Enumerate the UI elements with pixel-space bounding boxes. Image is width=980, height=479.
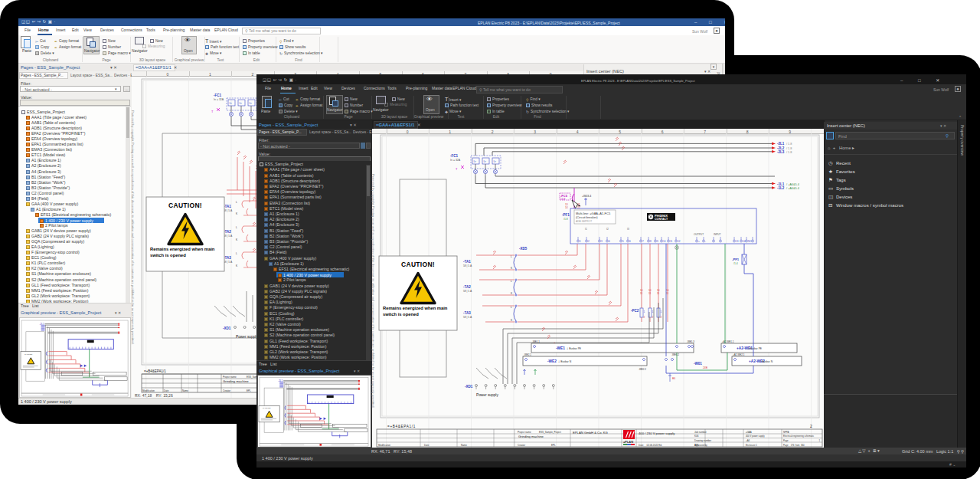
svg-text:CAUTION: CAUTION (24, 353, 33, 355)
svg-text:-WE2: -WE2 (547, 359, 557, 363)
svg-text:Creator: Creator (223, 389, 230, 392)
svg-text:+W03.4: +W03.4 (582, 195, 591, 198)
svg-text:400 / 230 V power supply: 400 / 230 V power supply (639, 431, 675, 435)
svg-text:EPLAN GmbH & Co. KG: EPLAN GmbH & Co. KG (573, 431, 608, 435)
svg-text:-TA3: -TA3 (463, 311, 471, 315)
svg-text:58 | 5 A: 58 | 5 A (224, 261, 233, 264)
svg-text:-FC1: -FC1 (214, 94, 221, 97)
svg-text:13: 13 (736, 240, 739, 243)
svg-text:+A2-WE1.1: +A2-WE1.1 (722, 340, 734, 343)
svg-text:12: 12 (678, 240, 681, 243)
svg-text:400 V power supply: 400 V power supply (746, 435, 765, 438)
svg-text:L: L (236, 201, 237, 204)
svg-text:-XD1: -XD1 (465, 385, 473, 389)
svg-text:switch is opened: switch is opened (150, 253, 186, 258)
svg-text:14: 14 (565, 206, 568, 209)
svg-text:1: 1 (661, 310, 662, 313)
svg-text:L: L (236, 252, 237, 255)
svg-text:-TA3: -TA3 (224, 256, 231, 260)
svg-text:Page: Page (783, 439, 789, 442)
svg-text:-2L1: -2L1 (777, 142, 785, 146)
svg-text:/ +A6&5.4: / +A6&5.4 (786, 183, 799, 186)
svg-text:In = 32A: In = 32A (450, 159, 461, 162)
svg-text:K: K (511, 267, 513, 270)
svg-text:-TA1: -TA1 (224, 205, 231, 208)
svg-text:L: L (511, 306, 512, 309)
svg-text:CONTACT: CONTACT (655, 218, 668, 221)
svg-text:-WE2.1: -WE2.1 (524, 353, 531, 356)
svg-text:58 | 5 A: 58 | 5 A (224, 235, 233, 238)
svg-text:Enclosure 1: Enclosure 1 (746, 444, 757, 447)
svg-text:-: - (705, 240, 706, 243)
svg-text:I1: I1 (585, 228, 587, 231)
svg-text:EPL: EPL (551, 444, 556, 447)
svg-text:7: 7 (642, 240, 644, 243)
svg-text:=+B4&EPA1/1: =+B4&EPA1/1 (144, 369, 166, 373)
svg-text:əPLAN: əPLAN (623, 440, 633, 444)
svg-text:Project name: Project name (223, 376, 237, 379)
svg-text:I>: I> (494, 159, 497, 163)
svg-text:2: 2 (644, 316, 645, 319)
svg-text:1: 1 (580, 240, 581, 243)
svg-text:I2: I2 (606, 228, 609, 231)
svg-text:T: T (456, 167, 458, 171)
svg-text:OUTPUT: OUTPUT (694, 233, 704, 236)
svg-text:-WE1.1: -WE1.1 (532, 340, 540, 343)
svg-text:INPUT: INPUT (714, 233, 721, 236)
svg-text:/ 1.8: / 1.8 (786, 143, 792, 146)
svg-text:-2L1: -2L1 (40, 323, 44, 326)
svg-text:Remains energized when main: Remains energized when main (150, 247, 215, 251)
svg-text:5: 5 (622, 240, 624, 243)
svg-text:13.8: 13.8 (560, 198, 566, 201)
svg-text:Power supply: Power supply (236, 335, 258, 339)
svg-text:EPL: EPL (247, 389, 251, 392)
svg-text:2: 2 (661, 316, 662, 319)
svg-text:⏚ Busbar PE: ⏚ Busbar PE (567, 347, 582, 350)
svg-text:B6: B6 (672, 377, 675, 380)
svg-text:-TA1: -TA1 (463, 260, 471, 264)
svg-text:Name: Name (182, 389, 188, 392)
svg-text:=GAA: =GAA (746, 431, 752, 434)
svg-text:11: 11 (666, 292, 669, 295)
svg-text:-WE6.2: -WE6.2 (671, 353, 679, 356)
svg-text:4: 4 (609, 240, 610, 243)
svg-text:-2L3: -2L3 (777, 150, 785, 154)
svg-text:11: 11 (657, 292, 660, 295)
svg-text:+A4: +A4 (746, 439, 750, 442)
svg-text:3: 3 (601, 240, 603, 243)
svg-text:14: 14 (743, 240, 746, 243)
svg-text:K06: K06 (694, 435, 699, 438)
svg-text:ESS_Sample_Project: ESS_Sample_Project (539, 431, 561, 434)
svg-text:Remains energized when main: Remains energized when main (383, 306, 448, 310)
svg-text:/1.8: /1.8 (564, 218, 568, 221)
svg-text:Name: Name (461, 444, 467, 447)
svg-text:PHŒNIX: PHŒNIX (655, 214, 668, 218)
svg-text:10: 10 (663, 240, 666, 243)
svg-text:K: K (236, 264, 238, 267)
svg-text:9: 9 (657, 240, 658, 243)
svg-text:Creator: Creator (518, 444, 525, 447)
svg-text:(Circuit breaker): (Circuit breaker) (576, 215, 598, 219)
svg-text:I>: I> (250, 101, 253, 105)
svg-text:CAUTION: CAUTION (263, 407, 271, 408)
svg-text:2: 2 (652, 316, 654, 319)
svg-text:-PF1: -PF1 (562, 213, 570, 217)
svg-text:⏚ Busbar PE: ⏚ Busbar PE (747, 347, 763, 350)
svg-text:-2L1: -2L1 (278, 379, 283, 382)
svg-text:L: L (236, 226, 237, 229)
svg-text:I>: I> (474, 159, 477, 163)
svg-text:-XD5: -XD5 (519, 247, 528, 251)
svg-text:I>: I> (230, 101, 233, 105)
svg-text:Modification: Modification (378, 444, 390, 447)
svg-text:In = 32A: In = 32A (214, 98, 224, 101)
svg-text:ADB.SEPROT: ADB.SEPROT (576, 220, 592, 223)
svg-text:+A2-WE2.1: +A2-WE2.1 (733, 353, 745, 356)
svg-text:2: 2 (588, 240, 590, 243)
svg-text:-1L1: -1L1 (777, 182, 785, 186)
svg-text:⏚ Busbar N: ⏚ Busbar N (760, 360, 773, 363)
svg-text:/1.4: /1.4 (733, 262, 738, 265)
svg-text:-TA2: -TA2 (463, 285, 471, 289)
svg-text:Project name: Project name (518, 431, 531, 434)
svg-text:Date: Date (424, 444, 430, 447)
svg-text:-PC2: -PC2 (631, 309, 639, 313)
